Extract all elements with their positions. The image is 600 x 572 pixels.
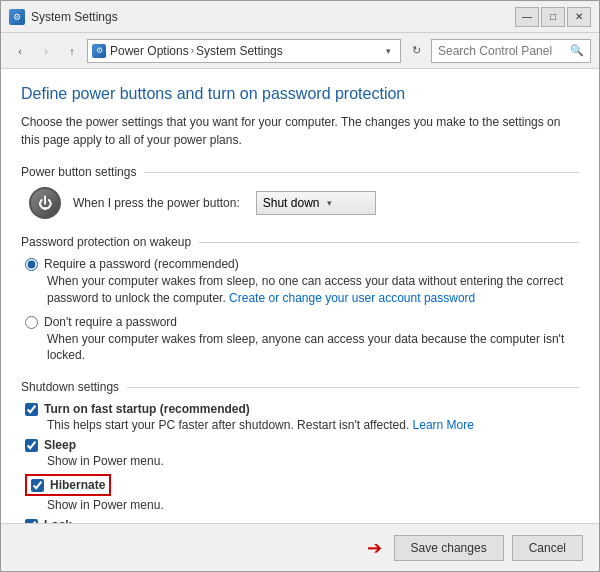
sleep-desc: Show in Power menu.: [25, 454, 579, 468]
address-bar[interactable]: ⚙ Power Options › System Settings ▾: [87, 39, 401, 63]
address-expand-button[interactable]: ▾: [380, 43, 396, 59]
dropdown-arrow-icon: ▾: [327, 198, 332, 208]
path-part-2: System Settings: [196, 44, 283, 58]
no-password-row: Don't require a password: [25, 315, 579, 329]
title-bar-left: ⚙ System Settings: [9, 9, 118, 25]
arrow-indicator: ➔: [367, 537, 382, 559]
refresh-button[interactable]: ↻: [405, 40, 427, 62]
address-path: Power Options › System Settings: [110, 44, 283, 58]
window-icon: ⚙: [9, 9, 25, 25]
learn-more-link[interactable]: Learn More: [413, 418, 474, 432]
search-icon: 🔍: [570, 44, 584, 57]
content-area: Define power buttons and turn on passwor…: [1, 69, 599, 523]
power-button-label: When I press the power button:: [73, 196, 240, 210]
bottom-bar: ➔ Save changes Cancel: [1, 523, 599, 571]
page-title: Define power buttons and turn on passwor…: [21, 85, 579, 103]
require-password-item: Require a password (recommended) When yo…: [21, 257, 579, 307]
save-changes-button[interactable]: Save changes: [394, 535, 504, 561]
path-separator: ›: [191, 45, 194, 56]
title-bar: ⚙ System Settings — □ ✕: [1, 1, 599, 33]
hibernate-label: Hibernate: [50, 478, 105, 492]
fast-startup-checkbox[interactable]: [25, 403, 38, 416]
sleep-label: Sleep: [44, 438, 76, 452]
search-box[interactable]: 🔍: [431, 39, 591, 63]
maximize-button[interactable]: □: [541, 7, 565, 27]
minimize-button[interactable]: —: [515, 7, 539, 27]
search-input[interactable]: [438, 44, 566, 58]
shutdown-section-header: Shutdown settings: [21, 380, 579, 394]
back-button[interactable]: ‹: [9, 40, 31, 62]
power-button-row: ⏻ When I press the power button: Shut do…: [21, 187, 579, 219]
password-section-header: Password protection on wakeup: [21, 235, 579, 249]
no-password-label: Don't require a password: [44, 315, 177, 329]
power-icon: ⏻: [29, 187, 61, 219]
address-icon: ⚙: [92, 44, 106, 58]
power-dropdown-value: Shut down: [263, 196, 320, 210]
cancel-button[interactable]: Cancel: [512, 535, 583, 561]
require-password-desc: When your computer wakes from sleep, no …: [25, 273, 579, 307]
sleep-checkbox[interactable]: [25, 439, 38, 452]
system-settings-window: ⚙ System Settings — □ ✕ ‹ › ↑ ⚙ Power Op…: [0, 0, 600, 572]
fast-startup-row: Turn on fast startup (recommended): [25, 402, 579, 416]
power-action-dropdown[interactable]: Shut down ▾: [256, 191, 376, 215]
hibernate-row: Hibernate: [25, 474, 579, 496]
require-password-radio[interactable]: [25, 258, 38, 271]
hibernate-desc: Show in Power menu.: [25, 498, 579, 512]
page-description: Choose the power settings that you want …: [21, 113, 579, 149]
up-button[interactable]: ↑: [61, 40, 83, 62]
nav-bar: ‹ › ↑ ⚙ Power Options › System Settings …: [1, 33, 599, 69]
password-radio-section: Require a password (recommended) When yo…: [21, 257, 579, 364]
close-button[interactable]: ✕: [567, 7, 591, 27]
require-password-row: Require a password (recommended): [25, 257, 579, 271]
require-password-label: Require a password (recommended): [44, 257, 239, 271]
power-section-header: Power button settings: [21, 165, 579, 179]
change-password-link[interactable]: Create or change your user account passw…: [229, 291, 475, 305]
shutdown-checkbox-section: Turn on fast startup (recommended) This …: [21, 402, 579, 523]
no-password-radio[interactable]: [25, 316, 38, 329]
fast-startup-label: Turn on fast startup (recommended): [44, 402, 250, 416]
fast-startup-item: Turn on fast startup (recommended) This …: [21, 402, 579, 432]
hibernate-item: Hibernate Show in Power menu.: [21, 474, 579, 512]
fast-startup-desc: This helps start your PC faster after sh…: [25, 418, 579, 432]
no-password-desc: When your computer wakes from sleep, any…: [25, 331, 579, 365]
hibernate-highlight: Hibernate: [25, 474, 111, 496]
title-bar-controls: — □ ✕: [515, 7, 591, 27]
sleep-row: Sleep: [25, 438, 579, 452]
no-password-item: Don't require a password When your compu…: [21, 315, 579, 365]
path-part-1: Power Options: [110, 44, 189, 58]
forward-button[interactable]: ›: [35, 40, 57, 62]
sleep-item: Sleep Show in Power menu.: [21, 438, 579, 468]
hibernate-checkbox[interactable]: [31, 479, 44, 492]
window-title: System Settings: [31, 10, 118, 24]
